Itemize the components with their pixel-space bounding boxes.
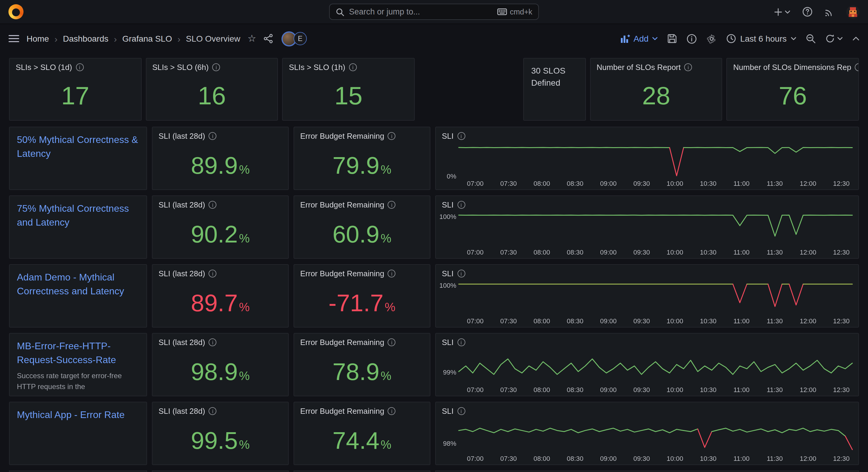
breadcrumb-item[interactable]: Dashboards	[63, 34, 108, 43]
sli-timeseries-panel[interactable]: SLI100%07:0007:3008:0008:3009:0009:3010:…	[435, 196, 859, 259]
info-icon[interactable]	[388, 201, 396, 209]
add-panel-button[interactable]: Add	[621, 34, 658, 43]
x-axis-tick-label: 12:30	[828, 317, 855, 325]
text-panel-slos-defined: 30 SLOS Defined	[523, 58, 586, 121]
info-icon[interactable]	[855, 63, 858, 71]
breadcrumb-item[interactable]: Grafana SLO	[122, 34, 172, 43]
breadcrumb-separator-icon: ›	[55, 33, 58, 44]
x-axis-tick-label: 12:00	[795, 386, 821, 393]
x-axis-tick-label: 11:00	[728, 386, 755, 393]
x-axis-tick-label: 07:30	[495, 386, 522, 393]
panel-title: Number of SLOs Dimensions Rep	[733, 63, 851, 72]
search-icon	[336, 7, 344, 16]
refresh-dashboard-button[interactable]	[825, 34, 843, 43]
sli-line-series	[733, 284, 747, 303]
x-axis-tick-label: 08:00	[529, 248, 555, 256]
info-icon[interactable]	[457, 132, 465, 140]
stat-value: 79.9	[333, 153, 379, 177]
x-axis-tick-label: 09:30	[628, 455, 655, 462]
x-axis-tick-label: 11:00	[728, 180, 755, 187]
x-axis-tick-label: 08:00	[529, 455, 555, 462]
sli-line-series	[712, 428, 845, 436]
slo-dashboard-link[interactable]: Mythical App - Error Rate	[17, 408, 139, 422]
x-axis-tick-label: 10:00	[661, 180, 688, 187]
percent-unit: %	[381, 232, 392, 246]
sli-line-series	[459, 359, 852, 374]
news-rss-icon[interactable]	[825, 7, 834, 17]
info-icon[interactable]	[457, 338, 465, 346]
x-axis-tick-label: 07:30	[495, 317, 522, 325]
info-icon[interactable]	[388, 132, 396, 140]
sli-timeseries-panel[interactable]: SLI98%07:0007:3008:0008:3009:0009:3010:0…	[435, 402, 859, 465]
info-icon[interactable]	[388, 338, 396, 346]
info-icon[interactable]	[388, 270, 396, 277]
slo-dashboard-link[interactable]: Adam Demo - Mythical Correctness and Lat…	[17, 270, 139, 298]
time-range-picker[interactable]: Last 6 hours	[726, 34, 796, 43]
panel-title: Error Budget Remaining	[300, 200, 384, 209]
stat-panel-slis-slo-1h: SLIs > SLO (1h) 15	[282, 58, 415, 121]
panel-title: Number of SLOs Report	[597, 63, 681, 72]
slo-link-panel: Mythical App - Error Rate	[9, 402, 147, 465]
breadcrumb-item[interactable]: SLO Overview	[186, 34, 241, 43]
slo-dashboard-link[interactable]: MB-Error-Free-HTTP-Request-Success-Rate	[17, 339, 139, 367]
timeseries-plot: 98%07:0007:3008:0008:3009:0009:3010:0010…	[436, 418, 858, 465]
error-budget-stat-panel: Error Budget Remaining60.9%	[293, 196, 430, 259]
collapse-chevron-up-icon[interactable]	[852, 36, 860, 41]
error-budget-stat-panel: Error Budget Remaining79.9%	[293, 127, 430, 190]
x-axis-tick-label: 11:30	[762, 180, 788, 187]
presence-indicators[interactable]: E	[281, 31, 307, 46]
stat-panel-slis-slo-1d: SLIs > SLO (1d) 17	[9, 58, 141, 121]
favorite-star-icon[interactable]: ☆	[247, 34, 256, 43]
panel-title: SLI (last 28d)	[158, 407, 205, 416]
info-icon[interactable]	[209, 132, 217, 140]
x-axis-tick-label: 08:00	[529, 317, 555, 325]
info-icon[interactable]	[349, 63, 357, 71]
info-icon[interactable]	[457, 270, 465, 277]
info-icon[interactable]	[209, 270, 217, 277]
breadcrumb-item[interactable]: Home	[27, 34, 49, 43]
sli-timeseries-panel[interactable]: SLI100%07:0007:3008:0008:3009:0009:3010:…	[435, 264, 859, 328]
info-icon[interactable]	[209, 201, 217, 209]
x-axis-tick-label: 12:00	[795, 180, 821, 187]
sli-line-series	[768, 284, 782, 306]
user-avatar[interactable]	[846, 5, 860, 19]
x-axis-tick-label: 08:00	[529, 386, 555, 393]
stat-value: 28	[642, 83, 670, 109]
info-icon[interactable]	[76, 63, 84, 71]
x-axis-tick-label: 09:00	[595, 180, 622, 187]
mega-menu-icon[interactable]	[8, 34, 19, 43]
percent-unit: %	[239, 438, 250, 452]
slo-dashboard-link[interactable]: 50% Mythical Correctness & Latency	[17, 133, 139, 161]
info-icon[interactable]	[209, 338, 217, 346]
zoom-out-time-icon[interactable]	[806, 34, 815, 43]
share-icon[interactable]	[264, 34, 273, 43]
new-button[interactable]	[774, 7, 790, 16]
breadcrumb-separator-icon: ›	[178, 33, 181, 44]
info-icon[interactable]	[457, 201, 465, 209]
help-icon[interactable]	[802, 7, 812, 17]
x-axis-tick-label: 07:00	[462, 317, 489, 325]
info-icon[interactable]	[212, 63, 220, 71]
sli-timeseries-panel[interactable]: SLI99%07:0007:3008:0008:3009:0009:3010:0…	[435, 333, 859, 396]
sli-line-series	[459, 215, 852, 236]
sli-timeseries-panel[interactable]: SLI0%07:0007:3008:0008:3009:0009:3010:00…	[435, 127, 859, 190]
x-axis-tick-label: 10:00	[661, 455, 688, 462]
dashboard-settings-icon[interactable]	[707, 33, 717, 44]
panel-title: Error Budget Remaining	[300, 131, 384, 141]
info-icon[interactable]	[457, 407, 465, 415]
search-input[interactable]: Search or jump to... cmd+k	[329, 4, 539, 20]
panel-title: Error Budget Remaining	[300, 269, 384, 278]
slo-dashboard-link[interactable]: 75% Mythical Correctness and Latency	[17, 202, 139, 230]
save-dashboard-icon[interactable]	[667, 34, 677, 43]
dashboard-insights-icon[interactable]	[687, 33, 697, 44]
info-icon[interactable]	[684, 63, 692, 71]
grafana-logo[interactable]	[8, 4, 24, 19]
x-axis-tick-label: 07:00	[462, 455, 489, 462]
x-axis-tick-label: 11:30	[762, 248, 788, 256]
info-icon[interactable]	[209, 407, 217, 415]
y-axis-tick-label: 0%	[437, 173, 456, 180]
x-axis-tick-label: 12:30	[828, 248, 855, 256]
stat-value: 60.9	[333, 222, 379, 246]
info-icon[interactable]	[388, 407, 396, 415]
x-axis-tick-label: 07:00	[462, 386, 489, 393]
